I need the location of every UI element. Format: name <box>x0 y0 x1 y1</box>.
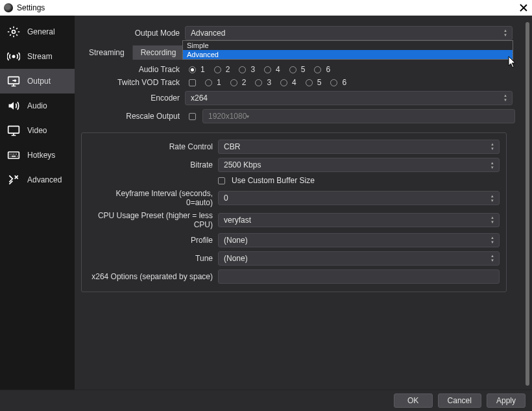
bitrate-input[interactable]: 2500 Kbps ▴▾ <box>218 158 500 172</box>
spinner-icon[interactable]: ▴▾ <box>487 158 498 171</box>
sidebar-item-advanced[interactable]: Advanced <box>0 168 75 192</box>
vod-track-3[interactable]: 3 <box>255 78 271 87</box>
twitch-vod-group: 1 2 3 4 5 6 <box>199 78 346 87</box>
sidebar-item-video[interactable]: Video <box>0 118 75 143</box>
vod-track-6[interactable]: 6 <box>330 78 346 87</box>
gear-icon <box>6 25 21 39</box>
sidebar-item-general[interactable]: General <box>0 19 75 44</box>
track-num: 4 <box>292 78 296 87</box>
apply-button[interactable]: Apply <box>487 393 526 408</box>
twitch-vod-checkbox[interactable] <box>189 79 196 86</box>
audio-track-3[interactable]: 3 <box>239 65 255 74</box>
option-label: Simple <box>187 42 209 49</box>
cpu-preset-value: veryfast <box>224 216 251 225</box>
tab-streaming[interactable]: Streaming <box>81 45 133 60</box>
sidebar-item-hotkeys[interactable]: Hotkeys <box>0 143 75 168</box>
radio-icon <box>214 66 221 73</box>
titlebar: Settings <box>0 0 532 16</box>
radio-icon <box>289 66 296 73</box>
sidebar: General Stream Output Audio Video <box>0 16 75 390</box>
btn-label: OK <box>407 396 418 405</box>
chevron-updown-icon <box>500 92 511 105</box>
radio-icon <box>239 66 246 73</box>
dropdown-option-advanced[interactable]: Advanced <box>183 50 513 59</box>
rescale-select[interactable]: 1920x1080 ▾ <box>202 109 515 123</box>
chevron-updown-icon <box>487 214 498 227</box>
display-icon <box>6 123 21 138</box>
track-num: 4 <box>276 65 280 74</box>
custom-buffer-checkbox[interactable] <box>218 177 225 184</box>
output-mode-value: Advanced <box>191 29 225 38</box>
rescale-checkbox[interactable] <box>189 113 196 120</box>
svg-rect-4 <box>8 152 19 158</box>
track-num: 5 <box>301 65 306 74</box>
encoder-label: Encoder <box>81 93 185 103</box>
window-title: Settings <box>17 3 45 12</box>
cpu-preset-label: CPU Usage Preset (higher = less CPU) <box>88 211 218 229</box>
sidebar-item-label: Video <box>27 126 47 135</box>
spinner-icon[interactable]: ▴▾ <box>487 192 498 205</box>
radio-icon <box>189 66 196 73</box>
audio-track-label: Audio Track <box>81 65 185 74</box>
chevron-updown-icon <box>487 140 498 153</box>
track-num: 2 <box>242 78 247 87</box>
cpu-preset-select[interactable]: veryfast <box>218 213 500 227</box>
tune-value: (None) <box>224 254 248 263</box>
audio-track-4[interactable]: 4 <box>264 65 280 74</box>
rescale-value: 1920x1080 <box>208 112 247 121</box>
svg-point-1 <box>12 55 14 57</box>
output-mode-dropdown[interactable]: Simple Advanced <box>182 40 513 60</box>
track-num: 1 <box>200 65 205 74</box>
encoder-value: x264 <box>191 93 208 103</box>
radio-icon <box>255 79 262 86</box>
chevron-updown-icon <box>487 234 498 247</box>
audio-track-1[interactable]: 1 <box>189 65 205 74</box>
radio-icon <box>205 79 212 86</box>
audio-track-5[interactable]: 5 <box>289 65 306 74</box>
encoder-settings-panel: Rate Control CBR Bitrate 2500 Kbps ▴▾ Us… <box>81 132 507 292</box>
sidebar-item-label: General <box>27 27 55 36</box>
ok-button[interactable]: OK <box>394 393 433 408</box>
keyframe-input[interactable]: 0 ▴▾ <box>218 191 500 205</box>
sidebar-item-label: Hotkeys <box>27 151 55 160</box>
vod-track-5[interactable]: 5 <box>306 78 322 87</box>
vod-track-4[interactable]: 4 <box>280 78 296 87</box>
encoder-select[interactable]: x264 <box>185 91 513 105</box>
track-num: 3 <box>267 78 271 87</box>
track-num: 1 <box>217 78 221 87</box>
vod-track-1[interactable]: 1 <box>205 78 221 87</box>
tab-label: Recording <box>141 48 176 57</box>
sidebar-item-output[interactable]: Output <box>0 69 75 93</box>
radio-icon <box>230 79 237 86</box>
sidebar-item-label: Stream <box>27 52 53 61</box>
track-num: 3 <box>250 65 255 74</box>
profile-select[interactable]: (None) <box>218 233 500 247</box>
dropdown-option-simple[interactable]: Simple <box>183 41 513 50</box>
output-mode-select[interactable]: Advanced <box>185 26 513 40</box>
bitrate-label: Bitrate <box>88 160 218 169</box>
tab-recording[interactable]: Recording <box>133 45 185 60</box>
radio-icon <box>264 66 271 73</box>
tab-label: Streaming <box>89 48 125 57</box>
cancel-button[interactable]: Cancel <box>438 393 481 408</box>
close-icon[interactable] <box>519 3 528 12</box>
sidebar-item-audio[interactable]: Audio <box>0 93 75 118</box>
radio-icon <box>280 79 287 86</box>
track-num: 5 <box>317 78 322 87</box>
x264-opts-input[interactable] <box>218 269 500 284</box>
audio-track-2[interactable]: 2 <box>214 65 230 74</box>
tune-select[interactable]: (None) <box>218 251 500 266</box>
custom-buffer-label: Use Custom Buffer Size <box>232 176 315 185</box>
radio-icon <box>306 79 313 86</box>
vod-track-2[interactable]: 2 <box>230 78 247 87</box>
audio-track-6[interactable]: 6 <box>314 65 330 74</box>
main-panel: Output Mode Advanced Streaming Recording… <box>75 16 532 390</box>
rate-control-value: CBR <box>224 142 240 151</box>
rescale-label: Rescale Output <box>81 112 185 121</box>
sidebar-item-stream[interactable]: Stream <box>0 44 75 69</box>
scrollbar[interactable] <box>526 22 529 386</box>
btn-label: Apply <box>496 396 516 405</box>
profile-value: (None) <box>224 236 248 245</box>
keyframe-label: Keyframe Interval (seconds, 0=auto) <box>88 189 218 207</box>
rate-control-select[interactable]: CBR <box>218 140 500 154</box>
